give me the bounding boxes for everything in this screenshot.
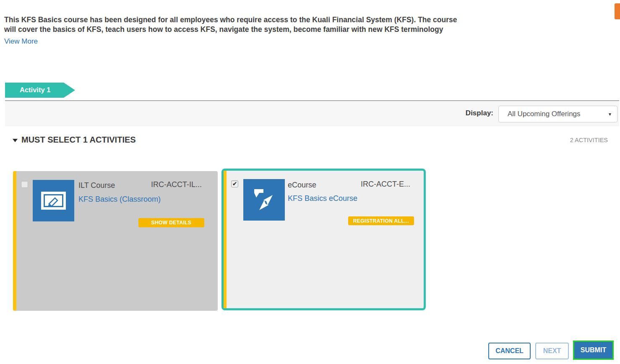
ecourse-checkbox[interactable]: ✔ (231, 180, 238, 187)
section-header-label: MUST SELECT 1 ACTIVITIES (21, 135, 136, 145)
next-button[interactable]: NEXT (535, 343, 569, 359)
card-accent-stripe (224, 171, 227, 308)
course-type-label: eCourse (288, 181, 316, 190)
course-title-link[interactable]: KFS Basics eCourse (288, 194, 357, 203)
feedback-side-tab[interactable] (615, 3, 620, 19)
activity-card-ecourse[interactable]: ✔ eCourse IRC-ACCT-E... KFS Basics eCour… (221, 169, 426, 310)
ilt-course-checkbox[interactable] (21, 181, 28, 188)
ecourse-arrows-icon (243, 179, 285, 221)
activities-count: 2 ACTIVITIES (570, 137, 608, 143)
course-code: IRC-ACCT-E... (361, 180, 410, 189)
display-filter-bar: Display: All Upcoming Offerings ▼ (5, 101, 619, 126)
display-select-value: All Upcoming Offerings (508, 110, 581, 118)
course-title-link[interactable]: KFS Basics (Classroom) (78, 195, 161, 204)
display-offerings-select[interactable]: All Upcoming Offerings ▼ (498, 106, 617, 122)
view-more-link[interactable]: View More (4, 37, 38, 46)
ilt-course-icon (33, 180, 74, 221)
submit-focus-outline: SUBMIT (573, 341, 614, 360)
card-accent-stripe (13, 171, 16, 311)
course-type-label: ILT Course (78, 181, 115, 190)
display-label: Display: (466, 109, 493, 117)
cancel-button[interactable]: CANCEL (488, 343, 531, 359)
collapse-triangle-icon (13, 139, 18, 142)
course-code: IRC-ACCT-IL... (151, 180, 202, 189)
activity-banner-label: Activity 1 (20, 86, 50, 94)
must-select-section-header[interactable]: MUST SELECT 1 ACTIVITIES (13, 135, 136, 145)
activity-card-ilt[interactable]: ILT Course IRC-ACCT-IL... KFS Basics (Cl… (13, 171, 218, 311)
course-description: This KFS Basics course has been designed… (4, 15, 469, 34)
submit-button[interactable]: SUBMIT (574, 342, 612, 359)
registration-allowed-button[interactable]: REGISTRATION ALL... (348, 216, 414, 225)
activity-banner-arrow (64, 83, 75, 98)
show-details-button[interactable]: SHOW DETAILS (138, 218, 204, 227)
chevron-down-icon: ▼ (608, 112, 612, 117)
